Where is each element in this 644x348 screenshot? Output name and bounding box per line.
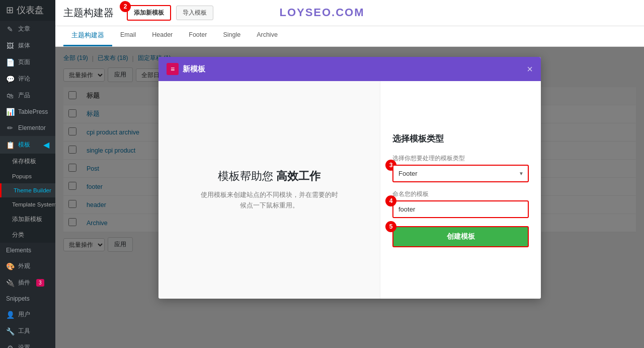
template-type-select[interactable]: Section Page Popup Header Footer Single … — [392, 165, 529, 182]
modal-close-button[interactable]: × — [527, 64, 533, 74]
posts-icon: ✎ — [6, 25, 14, 33]
elements-label: Elements — [6, 247, 31, 254]
step2-badge: 2 — [120, 1, 131, 12]
comments-icon: 💬 — [6, 75, 14, 83]
name-input-label: 命名您的模板 — [392, 190, 529, 198]
sidebar-item-media[interactable]: 🖼 媒体 — [0, 37, 55, 54]
sidebar: ⊞ 仪表盘 ✎ 文章 🖼 媒体 📄 页面 💬 评论 🛍 产品 📊 TablePr… — [0, 0, 55, 348]
page-header: 主题构建器 2 添加新模板 导入模板 — [55, 0, 644, 26]
sidebar-item-elementor[interactable]: ✏ Elementor — [0, 120, 55, 136]
tab-header[interactable]: Header — [144, 26, 181, 46]
sidebar-item-add-template[interactable]: 添加新模板 — [0, 212, 55, 227]
modal-description-text: 使用模板来创建站点的不同模块，并在需要的时候点一下鼠标重用。 — [199, 190, 340, 211]
modal-overlay: ≡ 新模板 × 模板帮助您 高效工作 使用模板来创建站点的不同模块，并在需要的时… — [55, 47, 644, 348]
sidebar-item-tablepress[interactable]: 📊 TablePress — [0, 104, 55, 120]
main-content: LOYSEO.COM 主题构建器 2 添加新模板 导入模板 主题构建器 Emai… — [55, 0, 644, 348]
plugins-label: 插件 — [18, 279, 30, 287]
snippets-label: Snippets — [6, 295, 30, 302]
elementor-icon: ✏ — [6, 124, 14, 132]
tools-icon: 🔧 — [6, 327, 14, 335]
appearance-icon: 🎨 — [6, 262, 14, 270]
page-title: 主题构建器 — [63, 6, 114, 20]
sidebar-item-appearance[interactable]: 🎨 外观 — [0, 258, 55, 274]
sidebar-item-label: 产品 — [18, 91, 30, 100]
template-name-group: 命名您的模板 4 — [392, 190, 529, 218]
tools-label: 工具 — [18, 327, 30, 335]
settings-label: 设置 — [18, 343, 30, 348]
sidebar-item-theme-builder[interactable]: Theme Builder — [0, 183, 55, 197]
modal-header: ≡ 新模板 × — [158, 57, 541, 81]
step5-badge: 5 — [385, 221, 396, 232]
templates-submenu: 保存模板 Popups Theme Builder Template Syste… — [0, 154, 55, 243]
tab-archive[interactable]: Archive — [249, 26, 286, 46]
add-template-label: 添加新模板 — [12, 216, 42, 223]
sidebar-item-label: Elementor — [18, 124, 46, 131]
import-template-button[interactable]: 导入模板 — [176, 6, 213, 20]
sidebar-item-comments[interactable]: 💬 评论 — [0, 71, 55, 87]
tabs-bar: 主题构建器 Email Header Footer Single Archive — [55, 26, 644, 47]
new-template-modal: ≡ 新模板 × 模板帮助您 高效工作 使用模板来创建站点的不同模块，并在需要的时… — [158, 57, 541, 299]
sidebar-item-templates[interactable]: 📋 模板 ◀ — [0, 136, 55, 154]
sidebar-item-settings[interactable]: ⚙ 设置 — [0, 339, 55, 348]
users-label: 用户 — [18, 310, 30, 319]
create-template-button[interactable]: 创建模板 — [392, 226, 529, 247]
type-select-label: 选择你想要处理的模板类型 — [392, 155, 529, 162]
sidebar-item-label: 媒体 — [18, 41, 30, 50]
sidebar-item-label: 模板 — [18, 141, 30, 149]
popups-label: Popups — [12, 173, 32, 179]
type-select-wrapper: Section Page Popup Header Footer Single … — [392, 165, 529, 182]
categories-label: 分类 — [12, 231, 24, 239]
sidebar-item-elements[interactable]: Elements — [0, 243, 55, 258]
plugins-icon: 🔌 — [6, 279, 14, 287]
sidebar-item-popups[interactable]: Popups — [0, 169, 55, 183]
sidebar-item-save-template[interactable]: 保存模板 — [0, 154, 55, 169]
plugins-badge: 3 — [36, 279, 44, 287]
sidebar-item-label: TablePress — [18, 108, 48, 115]
settings-icon: ⚙ — [6, 344, 14, 349]
tab-email[interactable]: Email — [112, 26, 144, 46]
modal-title: 新模板 — [183, 64, 205, 74]
modal-left: 模板帮助您 高效工作 使用模板来创建站点的不同模块，并在需要的时候点一下鼠标重用… — [158, 81, 380, 299]
template-system-label: Template System — [12, 201, 55, 207]
content-area: 全部 (19) | 已发布 (18) | 固定草稿 (1) 批量操作 删除 应用… — [55, 47, 644, 348]
modal-right-title: 选择模板类型 — [392, 133, 444, 145]
tab-single[interactable]: Single — [215, 26, 249, 46]
sidebar-logo-label: 仪表盘 — [17, 4, 44, 16]
modal-body: 模板帮助您 高效工作 使用模板来创建站点的不同模块，并在需要的时候点一下鼠标重用… — [158, 81, 541, 299]
save-template-label: 保存模板 — [12, 158, 36, 165]
tablepress-icon: 📊 — [6, 108, 14, 116]
template-name-input[interactable] — [392, 200, 529, 218]
appearance-label: 外观 — [18, 262, 30, 270]
users-icon: 👤 — [6, 311, 14, 319]
sidebar-item-users[interactable]: 👤 用户 — [0, 306, 55, 323]
sidebar-item-tools[interactable]: 🔧 工具 — [0, 323, 55, 339]
modal-right: 选择模板类型 选择你想要处理的模板类型 3 Section Page — [380, 81, 541, 299]
modal-description-title: 模板帮助您 高效工作 — [218, 169, 320, 184]
step4-badge: 4 — [385, 195, 396, 206]
theme-builder-label: Theme Builder — [14, 187, 51, 193]
tab-footer[interactable]: Footer — [181, 26, 215, 46]
sidebar-item-posts[interactable]: ✎ 文章 — [0, 21, 55, 37]
sidebar-logo: ⊞ 仪表盘 — [0, 0, 55, 21]
sidebar-item-label: 评论 — [18, 75, 30, 83]
template-type-group: 选择你想要处理的模板类型 3 Section Page Popup Head — [392, 155, 529, 182]
sidebar-item-pages[interactable]: 📄 页面 — [0, 54, 55, 71]
wp-icon: ⊞ — [6, 5, 14, 16]
products-icon: 🛍 — [6, 92, 14, 100]
sidebar-templates-parent: 📋 模板 ◀ 保存模板 Popups Theme Builder Templat… — [0, 136, 55, 243]
sidebar-item-template-system[interactable]: Template System — [0, 197, 55, 212]
add-template-button[interactable]: 添加新模板 — [127, 5, 171, 21]
tab-theme-builder[interactable]: 主题构建器 — [63, 26, 112, 46]
pages-icon: 📄 — [6, 58, 14, 66]
modal-icon: ≡ — [167, 63, 179, 75]
sidebar-item-snippets[interactable]: Snippets — [0, 291, 55, 306]
templates-arrow: ◀ — [43, 140, 49, 150]
sidebar-item-categories[interactable]: 分类 — [0, 227, 55, 243]
sidebar-item-products[interactable]: 🛍 产品 — [0, 87, 55, 104]
sidebar-item-label: 页面 — [18, 58, 30, 66]
media-icon: 🖼 — [6, 42, 14, 50]
sidebar-item-plugins[interactable]: 🔌 插件 3 — [0, 274, 55, 291]
sidebar-item-label: 文章 — [18, 25, 30, 33]
templates-icon: 📋 — [6, 141, 14, 149]
